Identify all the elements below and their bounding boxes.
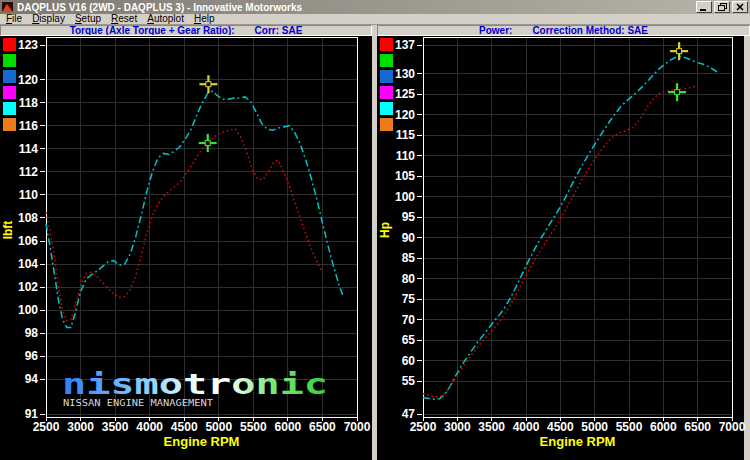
- y-tick-label: 60: [402, 354, 416, 368]
- x-tick-label: 3000: [67, 420, 94, 434]
- legend-swatch-5[interactable]: [3, 118, 16, 131]
- y-tick-label: 110: [19, 188, 39, 202]
- torque-x-axis-title: Engine RPM: [164, 434, 240, 449]
- y-tick-label: 100: [395, 190, 415, 204]
- legend-swatch-0[interactable]: [3, 38, 16, 51]
- minimize-button[interactable]: [696, 1, 712, 13]
- dyno-charts-scene: nismotronicNISSAN ENGINE MANAGEMENT12312…: [0, 0, 750, 460]
- legend-swatch-1[interactable]: [380, 54, 393, 67]
- y-tick-label: 120: [18, 73, 38, 87]
- x-tick-label: 5500: [616, 420, 643, 434]
- legend-swatch-2[interactable]: [3, 70, 16, 83]
- x-tick-label: 7000: [344, 420, 371, 434]
- y-tick-label: 95: [402, 210, 416, 224]
- y-tick-label: 55: [402, 374, 416, 388]
- power-x-axis-title: Engine RPM: [540, 434, 616, 449]
- x-tick-label: 2500: [33, 420, 60, 434]
- x-tick-label: 6500: [684, 420, 711, 434]
- y-tick-label: 110: [396, 149, 416, 163]
- legend-swatch-4[interactable]: [3, 102, 16, 115]
- restore-button[interactable]: [714, 1, 730, 13]
- y-tick-label: 98: [25, 326, 39, 340]
- close-icon: [736, 3, 744, 11]
- y-tick-label: 91: [25, 407, 39, 421]
- logo-subtitle: NISSAN ENGINE MANAGEMENT: [63, 399, 213, 408]
- y-tick-label: 106: [18, 234, 38, 248]
- y-tick-label: 100: [18, 303, 38, 317]
- menu-item-reset[interactable]: Reset: [106, 14, 142, 24]
- x-tick-label: 7000: [719, 420, 746, 434]
- app-icon: [2, 2, 13, 12]
- y-tick-label: 112: [19, 165, 39, 179]
- y-tick-label: 114: [19, 142, 39, 156]
- x-tick-label: 3000: [444, 420, 471, 434]
- legend-swatch-2[interactable]: [380, 70, 393, 83]
- nismotronic-logo: nismotronic: [62, 368, 328, 401]
- y-tick-label: 75: [402, 292, 416, 306]
- x-tick-label: 5500: [240, 420, 267, 434]
- y-tick-label: 115: [396, 128, 416, 142]
- title-bar: DAQPLUS V16 (2WD - DAQPLUS 3) - Innovati…: [0, 0, 750, 14]
- x-tick-label: 4000: [136, 420, 163, 434]
- y-tick-label: 105: [395, 169, 415, 183]
- x-tick-label: 5000: [205, 420, 232, 434]
- legend-swatch-1[interactable]: [3, 54, 16, 67]
- menu-item-display[interactable]: Display: [27, 14, 70, 24]
- menu-bar: File Display Setup Reset Autoplot Help: [0, 14, 750, 25]
- legend-swatch-3[interactable]: [3, 86, 16, 99]
- menu-item-file[interactable]: File: [1, 14, 27, 24]
- legend-swatch-3[interactable]: [380, 86, 393, 99]
- y-tick-label: 94: [25, 372, 39, 386]
- legend-swatch-0[interactable]: [380, 38, 393, 51]
- x-tick-label: 3500: [478, 420, 505, 434]
- y-tick-label: 116: [19, 119, 39, 133]
- x-tick-label: 4500: [547, 420, 574, 434]
- x-tick-label: 3500: [102, 420, 129, 434]
- y-tick-label: 70: [402, 313, 416, 327]
- y-tick-label: 102: [18, 280, 38, 294]
- y-tick-label: 118: [19, 96, 39, 110]
- x-tick-label: 6000: [650, 420, 677, 434]
- x-tick-label: 5000: [581, 420, 608, 434]
- torque-chart-header: Torque (Axle Torque + Gear Ratio): Corr:…: [0, 25, 372, 36]
- legend-swatch-5[interactable]: [380, 118, 393, 131]
- y-tick-label: 137: [395, 38, 415, 52]
- torque-header-label: Torque (Axle Torque + Gear Ratio):: [70, 26, 235, 35]
- y-tick-label: 85: [402, 251, 416, 265]
- x-tick-label: 4500: [171, 420, 198, 434]
- window-title: DAQPLUS V16 (2WD - DAQPLUS 3) - Innovati…: [17, 1, 694, 14]
- menu-item-help[interactable]: Help: [189, 14, 220, 24]
- y-tick-label: 80: [402, 272, 416, 286]
- power-chart-header: Power: Correction Method: SAE: [377, 25, 750, 36]
- torque-header-correction: Corr: SAE: [255, 26, 303, 35]
- chart-header-row: Torque (Axle Torque + Gear Ratio): Corr:…: [0, 25, 750, 36]
- y-tick-label: 108: [18, 211, 38, 225]
- y-tick-label: 130: [395, 67, 415, 81]
- restore-icon: [718, 3, 727, 11]
- power-chart: 1371301251201151101051009590858075706560…: [378, 37, 746, 449]
- x-tick-label: 4000: [513, 420, 540, 434]
- close-button[interactable]: [732, 1, 748, 13]
- y-tick-label: 120: [395, 108, 415, 122]
- torque-plot-area[interactable]: [46, 37, 357, 417]
- y-tick-label: 125: [395, 87, 415, 101]
- legend-swatch-4[interactable]: [380, 102, 393, 115]
- menu-item-setup[interactable]: Setup: [70, 14, 106, 24]
- y-tick-label: 96: [25, 349, 39, 363]
- power-y-axis-title: Hp: [378, 222, 392, 238]
- y-tick-label: 90: [402, 231, 416, 245]
- torque-y-axis-title: lbft: [1, 221, 15, 240]
- y-tick-label: 104: [18, 257, 38, 271]
- window-right-border: [744, 36, 750, 460]
- power-header-label: Power:: [479, 26, 512, 35]
- x-tick-label: 2500: [410, 420, 437, 434]
- torque-chart: nismotronicNISSAN ENGINE MANAGEMENT12312…: [1, 37, 371, 449]
- y-tick-label: 123: [18, 38, 38, 52]
- menu-item-autoplot[interactable]: Autoplot: [142, 14, 189, 24]
- x-tick-label: 6000: [275, 420, 302, 434]
- y-tick-label: 65: [402, 333, 416, 347]
- x-tick-label: 6500: [309, 420, 336, 434]
- power-header-correction: Correction Method: SAE: [532, 26, 648, 35]
- panel-divider: [372, 36, 377, 460]
- y-tick-label: 47: [402, 407, 416, 421]
